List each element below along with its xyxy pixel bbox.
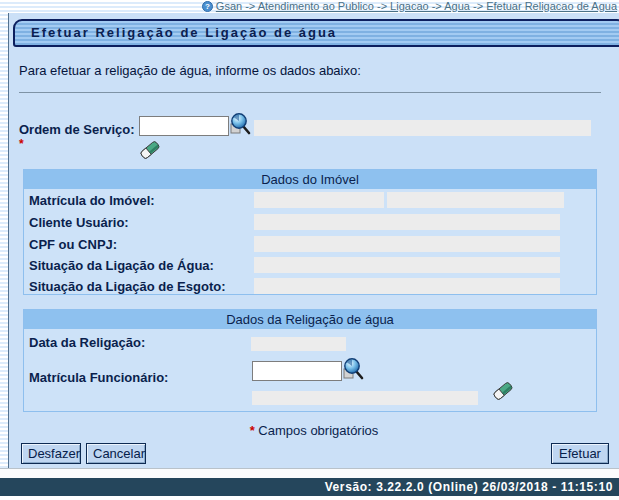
magnifier-icon bbox=[228, 112, 252, 136]
employee-name-field bbox=[252, 391, 478, 405]
service-order-search-button[interactable] bbox=[228, 112, 252, 136]
property-id-field-2 bbox=[387, 192, 564, 208]
service-order-clear-button[interactable] bbox=[138, 139, 162, 163]
question-mark-icon[interactable]: ? bbox=[202, 1, 213, 12]
water-connection-status-label: Situação da Ligação de Água: bbox=[29, 258, 214, 273]
service-order-required-asterisk: * bbox=[19, 137, 24, 151]
client-user-field bbox=[254, 214, 560, 230]
footer-gap bbox=[0, 468, 619, 478]
reconnection-date-field bbox=[251, 337, 346, 351]
property-section-title: Dados do Imóvel bbox=[24, 170, 596, 189]
submit-button[interactable]: Efetuar bbox=[551, 443, 609, 464]
breadcrumb: ? Gsan -> Atendimento ao Publico -> Liga… bbox=[0, 0, 617, 13]
required-marker: * bbox=[250, 423, 255, 438]
service-order-description-field bbox=[254, 120, 591, 136]
cancel-button[interactable]: Cancelar bbox=[86, 443, 146, 464]
employee-id-input[interactable] bbox=[252, 361, 342, 381]
water-connection-status-field bbox=[254, 257, 560, 273]
cpf-cnpj-field bbox=[254, 236, 560, 252]
sewer-connection-status-field bbox=[254, 278, 560, 294]
reconnection-data-section: Dados da Religação de água Data da Relig… bbox=[23, 309, 597, 412]
eraser-icon bbox=[492, 380, 514, 402]
employee-id-label: Matrícula Funcionário: bbox=[29, 370, 168, 385]
property-id-label: Matrícula do Imóvel: bbox=[29, 193, 155, 208]
magnifier-icon bbox=[341, 357, 365, 381]
eraser-icon bbox=[139, 139, 161, 161]
breadcrumb-link[interactable]: Gsan -> Atendimento ao Publico -> Ligaca… bbox=[216, 0, 617, 13]
intro-text: Para efetuar a religação de água, inform… bbox=[19, 63, 361, 78]
property-id-field-1 bbox=[254, 192, 384, 208]
sewer-connection-status-label: Situação da Ligação de Esgoto: bbox=[29, 279, 225, 294]
bottom-strip bbox=[0, 496, 619, 500]
client-user-label: Cliente Usuário: bbox=[29, 215, 129, 230]
cpf-cnpj-label: CPF ou CNPJ: bbox=[29, 237, 117, 252]
employee-search-button[interactable] bbox=[341, 357, 365, 381]
service-order-label: Ordem de Serviço: bbox=[19, 122, 135, 137]
service-order-input[interactable] bbox=[139, 116, 229, 136]
undo-button[interactable]: Desfazer bbox=[21, 443, 81, 464]
version-text: Versão: 3.22.2.0 (Online) 26/03/2018 - 1… bbox=[325, 480, 613, 494]
required-fields-note: * Campos obrigatórios bbox=[9, 423, 619, 438]
main-panel: Efetuar Religação de Ligação de água Par… bbox=[8, 13, 619, 468]
property-data-section: Dados do Imóvel Matrícula do Imóvel: Cli… bbox=[23, 169, 597, 295]
reconnection-section-title: Dados da Religação de água bbox=[24, 310, 596, 329]
required-text: Campos obrigatórios bbox=[258, 423, 378, 438]
page-title: Efetuar Religação de Ligação de água bbox=[13, 19, 619, 47]
version-footer: Versão: 3.22.2.0 (Online) 26/03/2018 - 1… bbox=[0, 478, 619, 496]
employee-clear-button[interactable] bbox=[491, 380, 515, 404]
divider bbox=[19, 92, 601, 93]
reconnection-date-label: Data da Religação: bbox=[29, 335, 145, 350]
